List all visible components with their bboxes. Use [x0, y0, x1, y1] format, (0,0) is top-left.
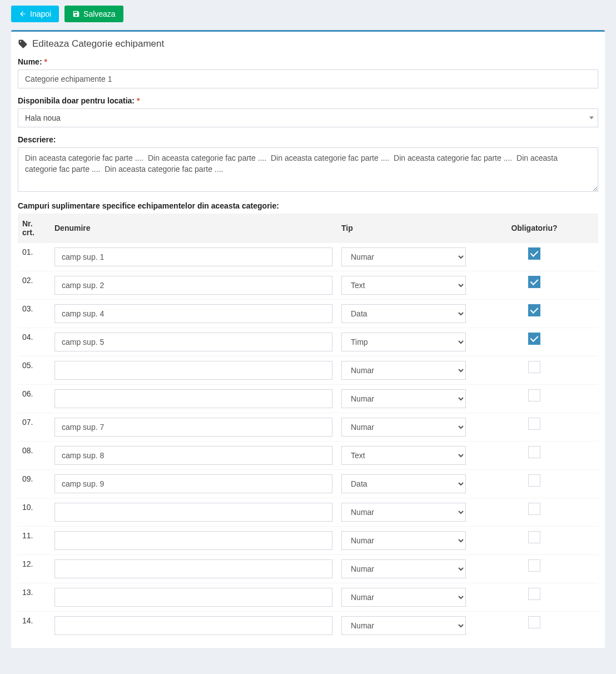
col-nr-header: Nr. crt. — [18, 214, 50, 243]
denumire-cell — [50, 442, 337, 470]
denumire-input[interactable] — [54, 418, 332, 437]
name-input[interactable] — [18, 70, 598, 88]
tip-select[interactable]: NumarTextDataTimp — [341, 503, 466, 522]
obligatoriu-checkbox[interactable] — [528, 333, 540, 345]
nr-cell: 04. — [18, 328, 50, 356]
obligatoriu-checkbox[interactable] — [528, 446, 540, 458]
table-row: 05.NumarTextDataTimp — [18, 356, 598, 385]
extra-fields-label: Campuri suplimentare specifice echipamen… — [18, 201, 598, 210]
col-obligatoriu-header: Obligatoriu? — [470, 214, 598, 243]
denumire-input[interactable] — [54, 531, 332, 550]
name-group: Nume: * — [18, 57, 598, 88]
tip-select[interactable]: NumarTextDataTimp — [341, 531, 466, 550]
denumire-input[interactable] — [54, 276, 332, 295]
obligatoriu-checkbox[interactable] — [528, 588, 540, 600]
save-button[interactable]: Salveaza — [64, 6, 123, 22]
location-label: Disponibila doar pentru locatia: * — [18, 96, 598, 105]
denumire-input[interactable] — [54, 474, 332, 493]
nr-cell: 06. — [18, 385, 50, 413]
nr-cell: 02. — [18, 271, 50, 300]
denumire-input[interactable] — [54, 616, 332, 635]
nr-cell: 14. — [18, 612, 50, 640]
table-row: 09.NumarTextDataTimp — [18, 470, 598, 498]
denumire-cell — [50, 498, 337, 527]
toolbar: Inapoi Salveaza — [11, 6, 605, 22]
chevron-down-icon — [589, 117, 594, 120]
denumire-input[interactable] — [54, 503, 332, 522]
denumire-input[interactable] — [54, 304, 332, 323]
tip-select[interactable]: NumarTextDataTimp — [341, 276, 466, 295]
obligatoriu-cell — [470, 583, 598, 612]
denumire-cell — [50, 243, 337, 271]
denumire-input[interactable] — [54, 559, 332, 578]
tip-select[interactable]: NumarTextDataTimp — [341, 333, 466, 351]
tip-select[interactable]: NumarTextDataTimp — [341, 474, 466, 493]
tip-select[interactable]: NumarTextDataTimp — [341, 389, 466, 408]
obligatoriu-checkbox[interactable] — [528, 247, 540, 260]
panel-body: Nume: * Disponibila doar pentru locatia:… — [11, 52, 605, 648]
table-row: 12.NumarTextDataTimp — [18, 555, 598, 583]
tip-select[interactable]: NumarTextDataTimp — [341, 361, 466, 380]
obligatoriu-checkbox[interactable] — [528, 531, 540, 543]
description-textarea[interactable] — [18, 147, 598, 192]
tip-select[interactable]: NumarTextDataTimp — [341, 446, 466, 465]
tag-icon — [18, 39, 28, 49]
tip-select[interactable]: NumarTextDataTimp — [341, 418, 466, 437]
table-row: 10.NumarTextDataTimp — [18, 498, 598, 527]
denumire-input[interactable] — [54, 389, 332, 408]
denumire-input[interactable] — [54, 333, 332, 351]
denumire-cell — [50, 328, 337, 356]
table-row: 07.NumarTextDataTimp — [18, 413, 598, 442]
nr-cell: 08. — [18, 442, 50, 470]
panel-title: Editeaza Categorie echipament — [32, 38, 164, 49]
back-button[interactable]: Inapoi — [11, 6, 59, 22]
obligatoriu-cell — [470, 527, 598, 555]
denumire-cell — [50, 271, 337, 300]
table-row: 01.NumarTextDataTimp — [18, 243, 598, 271]
extra-fields-group: Campuri suplimentare specifice echipamen… — [18, 201, 598, 210]
denumire-cell — [50, 413, 337, 442]
obligatoriu-cell — [470, 413, 598, 442]
obligatoriu-checkbox[interactable] — [528, 276, 540, 288]
denumire-input[interactable] — [54, 361, 332, 380]
nr-cell: 13. — [18, 583, 50, 612]
obligatoriu-checkbox[interactable] — [528, 616, 540, 628]
obligatoriu-checkbox[interactable] — [528, 474, 540, 487]
obligatoriu-checkbox[interactable] — [528, 304, 540, 316]
obligatoriu-checkbox[interactable] — [528, 559, 540, 572]
obligatoriu-cell — [470, 243, 598, 271]
table-row: 02.NumarTextDataTimp — [18, 271, 598, 300]
denumire-input[interactable] — [54, 446, 332, 465]
tip-select[interactable]: NumarTextDataTimp — [341, 616, 466, 635]
back-button-label: Inapoi — [30, 9, 51, 18]
tip-select[interactable]: NumarTextDataTimp — [341, 559, 466, 578]
tip-cell: NumarTextDataTimp — [337, 498, 470, 527]
obligatoriu-cell — [470, 300, 598, 328]
obligatoriu-checkbox[interactable] — [528, 361, 540, 373]
obligatoriu-checkbox[interactable] — [528, 503, 540, 515]
tip-select[interactable]: NumarTextDataTimp — [341, 247, 466, 266]
denumire-cell — [50, 527, 337, 555]
denumire-input[interactable] — [54, 247, 332, 266]
table-row: 08.NumarTextDataTimp — [18, 442, 598, 470]
tip-select[interactable]: NumarTextDataTimp — [341, 304, 466, 323]
location-selected-text: Hala noua — [25, 113, 61, 122]
obligatoriu-cell — [470, 498, 598, 527]
edit-category-panel: Editeaza Categorie echipament Nume: * Di… — [11, 30, 605, 648]
obligatoriu-checkbox[interactable] — [528, 389, 540, 402]
description-label: Descriere: — [18, 135, 598, 144]
tip-cell: NumarTextDataTimp — [337, 470, 470, 498]
denumire-input[interactable] — [54, 588, 332, 607]
obligatoriu-cell — [470, 356, 598, 385]
obligatoriu-checkbox[interactable] — [528, 418, 540, 430]
obligatoriu-cell — [470, 612, 598, 640]
table-row: 03.NumarTextDataTimp — [18, 300, 598, 328]
name-label: Nume: * — [18, 57, 598, 66]
table-row: 13.NumarTextDataTimp — [18, 583, 598, 612]
denumire-cell — [50, 385, 337, 413]
tip-select[interactable]: NumarTextDataTimp — [341, 588, 466, 607]
denumire-cell — [50, 356, 337, 385]
location-select[interactable]: Hala noua — [18, 108, 598, 127]
denumire-cell — [50, 555, 337, 583]
obligatoriu-cell — [470, 442, 598, 470]
